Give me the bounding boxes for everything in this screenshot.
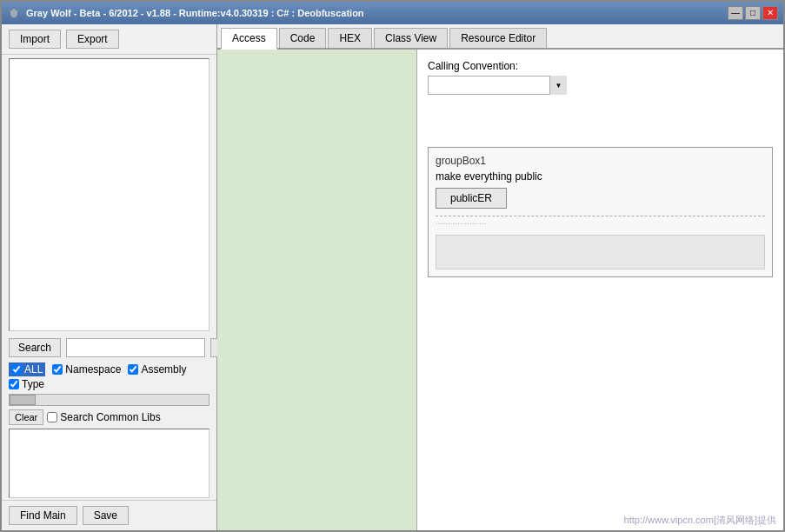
main-window: Gray Wolf - Beta - 6/2012 - v1.88 - Runt… <box>0 0 785 532</box>
calling-convention-select[interactable] <box>428 76 567 95</box>
search-common-label[interactable]: Search Common Libs <box>47 411 160 423</box>
minimize-button[interactable]: — <box>728 6 743 20</box>
search-results-area <box>9 429 210 498</box>
public-er-button[interactable]: publicER <box>436 188 507 209</box>
horizontal-scrollbar[interactable] <box>9 394 210 406</box>
title-bar: Gray Wolf - Beta - 6/2012 - v1.88 - Runt… <box>2 2 783 24</box>
calling-convention-select-wrapper: ▼ <box>428 76 567 95</box>
maximize-button[interactable]: □ <box>745 6 761 20</box>
window-title: Gray Wolf - Beta - 6/2012 - v1.88 - Runt… <box>26 8 364 18</box>
group-box: groupBox1 make everything public publicE… <box>428 147 773 277</box>
watermark: http://www.vipcn.com[清风网络]提供 <box>624 514 776 527</box>
close-button[interactable]: ✕ <box>762 6 778 20</box>
scroll-thumb <box>10 395 36 405</box>
search-button[interactable]: Search <box>9 338 61 357</box>
title-controls: — □ ✕ <box>728 6 778 20</box>
tab-access[interactable]: Access <box>221 28 277 50</box>
calling-convention-label: Calling Convention: <box>428 60 773 72</box>
clear-small-button[interactable]: Clear <box>9 409 43 425</box>
right-panel: Access Code HEX Class View Resource Edit… <box>217 24 783 530</box>
tab-hex[interactable]: HEX <box>328 28 372 48</box>
gray-output-area <box>436 235 765 269</box>
tab-bar: Access Code HEX Class View Resource Edit… <box>217 24 783 50</box>
checkbox-assembly[interactable]: Assembly <box>128 362 186 376</box>
export-button[interactable]: Export <box>66 30 119 49</box>
main-content: Import Export Search Clear ALL Namespace <box>2 24 783 530</box>
green-tree-panel <box>217 50 417 530</box>
access-panel: Calling Convention: ▼ groupBox1 make eve… <box>417 50 783 530</box>
tree-view-area <box>9 58 210 331</box>
dotted-separator: ..................... <box>436 216 765 233</box>
checkbox-namespace[interactable]: Namespace <box>52 362 121 376</box>
checkbox-type[interactable]: Type <box>9 378 44 390</box>
make-public-label: make everything public <box>436 170 765 183</box>
group-box-title: groupBox1 <box>436 155 765 167</box>
save-button[interactable]: Save <box>83 506 129 525</box>
checkbox-row: ALL Namespace Assembly Type <box>2 361 216 392</box>
bottom-action-buttons: Find Main Save <box>2 500 216 530</box>
search-row: Search Clear <box>2 335 216 361</box>
tab-classview[interactable]: Class View <box>374 28 448 48</box>
left-panel: Import Export Search Clear ALL Namespace <box>2 24 217 530</box>
top-buttons-row: Import Export <box>2 24 216 55</box>
tab-code[interactable]: Code <box>279 28 327 48</box>
find-main-button[interactable]: Find Main <box>9 506 77 525</box>
tab-resourceeditor[interactable]: Resource Editor <box>449 28 547 48</box>
title-bar-left: Gray Wolf - Beta - 6/2012 - v1.88 - Runt… <box>7 6 364 20</box>
wolf-icon <box>7 6 21 20</box>
svg-marker-0 <box>10 8 18 18</box>
checkbox-all[interactable]: ALL <box>9 362 45 376</box>
bottom-filter-row: Clear Search Common Libs <box>2 408 216 427</box>
search-input[interactable] <box>66 338 205 357</box>
right-content-area: Calling Convention: ▼ groupBox1 make eve… <box>217 50 783 530</box>
import-button[interactable]: Import <box>9 30 61 49</box>
